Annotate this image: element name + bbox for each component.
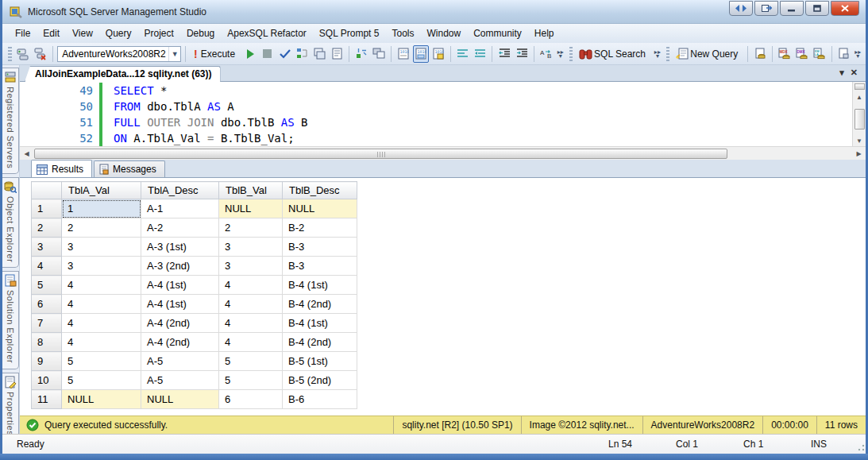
grid-cell[interactable]: A-5 bbox=[141, 352, 219, 371]
specify-values-button[interactable]: AB bbox=[538, 45, 554, 63]
sql-editor[interactable]: 49SELECT *50FROM dbo.TblA AS A51FULL OUT… bbox=[20, 82, 866, 158]
grid-cell[interactable]: 5 bbox=[219, 371, 283, 390]
row-header[interactable]: 10 bbox=[32, 371, 62, 390]
grid-corner-cell[interactable] bbox=[32, 182, 62, 199]
debug-button[interactable] bbox=[242, 45, 258, 63]
combobox-dropdown-icon[interactable]: ▼ bbox=[168, 47, 180, 61]
close-button[interactable] bbox=[831, 1, 859, 16]
grid-cell[interactable]: 6 bbox=[219, 390, 283, 409]
grid-cell[interactable]: 3 bbox=[62, 257, 141, 276]
scroll-up-icon[interactable]: ▲ bbox=[854, 91, 866, 102]
grid-cell[interactable]: B-2 bbox=[283, 218, 357, 238]
grid-cell[interactable]: A-1 bbox=[141, 199, 219, 218]
grid-cell[interactable]: A-5 bbox=[141, 371, 219, 390]
sql-search-button[interactable]: SQL Search bbox=[577, 45, 651, 63]
grid-cell[interactable]: 5 bbox=[219, 352, 283, 371]
grid-cell[interactable]: A-3 (2nd) bbox=[141, 257, 219, 276]
increase-indent-button[interactable] bbox=[514, 45, 530, 63]
row-header[interactable]: 6 bbox=[32, 295, 62, 314]
sidebar-tab-object-explorer[interactable]: Object Explorer bbox=[2, 177, 19, 268]
client-statistics-button[interactable] bbox=[371, 45, 387, 63]
column-header-tbla_val[interactable]: TblA_Val bbox=[62, 182, 141, 199]
grid-cell[interactable]: 4 bbox=[219, 314, 283, 333]
grid-cell[interactable]: 2 bbox=[62, 218, 141, 238]
menu-file[interactable]: File bbox=[9, 25, 37, 41]
grid-cell[interactable]: 4 bbox=[62, 333, 141, 352]
toolbar-overflow-button[interactable]: ▸▸▾ bbox=[556, 45, 565, 63]
database-engine-query-button[interactable] bbox=[752, 45, 768, 63]
export-window-button[interactable] bbox=[754, 1, 778, 16]
grid-cell[interactable]: 5 bbox=[62, 371, 141, 390]
decrease-indent-button[interactable] bbox=[496, 45, 512, 63]
grid-cell[interactable]: B-4 (1st) bbox=[283, 276, 357, 295]
editor-vertical-scrollbar[interactable]: ▲ ▼ bbox=[852, 82, 866, 146]
menu-apexsql-refactor[interactable]: ApexSQL Refactor bbox=[221, 25, 313, 41]
row-header[interactable]: 7 bbox=[32, 314, 62, 333]
editor-horizontal-scrollbar[interactable]: ◀ ▶ bbox=[20, 146, 866, 160]
active-files-dropdown-icon[interactable]: ▾ bbox=[839, 68, 844, 78]
database-combobox[interactable]: AdventureWorks2008R2 ▼ bbox=[57, 46, 181, 62]
close-document-icon[interactable]: ✕ bbox=[851, 68, 858, 78]
stop-button[interactable] bbox=[260, 45, 276, 63]
grid-cell[interactable]: 4 bbox=[62, 276, 141, 295]
horizontal-scroll-thumb[interactable] bbox=[34, 149, 727, 159]
menu-help[interactable]: Help bbox=[528, 25, 561, 41]
results-to-file-button[interactable]: 1010 bbox=[430, 45, 446, 63]
grid-cell[interactable]: NULL bbox=[219, 199, 283, 218]
grid-cell[interactable]: A-4 (2nd) bbox=[141, 333, 219, 352]
menu-tools[interactable]: Tools bbox=[385, 25, 420, 41]
menu-sql-prompt-5[interactable]: SQL Prompt 5 bbox=[313, 25, 386, 41]
analysis-services-query-button[interactable] bbox=[836, 45, 852, 63]
row-header[interactable]: 3 bbox=[32, 238, 62, 257]
uncomment-button[interactable] bbox=[473, 45, 488, 63]
toolbar-grip[interactable] bbox=[666, 47, 670, 61]
grid-cell[interactable]: 3 bbox=[219, 257, 283, 276]
toolbar-grip[interactable] bbox=[569, 47, 573, 61]
scroll-left-icon[interactable]: ◀ bbox=[20, 147, 33, 160]
grid-cell[interactable]: 4 bbox=[219, 295, 283, 314]
grid-cell[interactable]: 3 bbox=[219, 238, 283, 257]
grid-cell[interactable]: B-5 (2nd) bbox=[283, 371, 357, 390]
grid-cell[interactable]: A-4 (1st) bbox=[141, 295, 219, 314]
minimize-button[interactable] bbox=[780, 1, 804, 16]
row-header[interactable]: 9 bbox=[32, 352, 62, 371]
grid-cell[interactable]: 4 bbox=[219, 276, 283, 295]
document-tab[interactable]: AllJoinExampleData...12 sqlity.net (63)) bbox=[25, 66, 221, 82]
grid-cell[interactable]: 4 bbox=[62, 314, 141, 333]
show-sql-pane-button[interactable] bbox=[330, 45, 345, 63]
grid-cell[interactable]: 4 bbox=[219, 333, 283, 352]
template-parameters-button[interactable] bbox=[353, 45, 369, 63]
menu-project[interactable]: Project bbox=[138, 25, 180, 41]
grid-cell[interactable]: B-3 bbox=[283, 257, 357, 276]
tab-results[interactable]: Results bbox=[31, 160, 92, 178]
grid-cell[interactable]: NULL bbox=[62, 390, 141, 409]
query-designer-button[interactable] bbox=[312, 45, 328, 63]
mdx-query-button[interactable]: MDX bbox=[777, 45, 793, 63]
scroll-right-icon[interactable]: ▶ bbox=[852, 147, 866, 160]
grid-cell[interactable]: 1 bbox=[62, 199, 141, 218]
new-query-button[interactable]: New Query bbox=[673, 45, 743, 63]
column-header-tbla_desc[interactable]: TblA_Desc bbox=[141, 182, 219, 199]
row-header[interactable]: 5 bbox=[32, 276, 62, 295]
grid-cell[interactable]: B-4 (2nd) bbox=[283, 333, 357, 352]
scroll-down-icon[interactable]: ▼ bbox=[854, 135, 866, 146]
menu-edit[interactable]: Edit bbox=[37, 25, 66, 41]
tab-messages[interactable]: Messages bbox=[94, 160, 165, 177]
row-header[interactable]: 11 bbox=[32, 390, 62, 409]
code-line[interactable]: 50FROM dbo.TblA AS A bbox=[20, 99, 852, 114]
menu-view[interactable]: View bbox=[66, 25, 99, 41]
dmx-query-button[interactable]: DMX bbox=[794, 45, 810, 63]
vertical-scroll-thumb[interactable] bbox=[854, 109, 865, 129]
grid-cell[interactable]: 4 bbox=[62, 295, 141, 314]
results-to-grid-button[interactable]: 1010 bbox=[413, 45, 429, 63]
column-header-tblb_desc[interactable]: TblB_Desc bbox=[283, 182, 357, 199]
row-header[interactable]: 1 bbox=[32, 199, 62, 218]
resize-grip[interactable] bbox=[854, 435, 866, 454]
grid-cell[interactable]: A-2 bbox=[141, 218, 219, 238]
menu-debug[interactable]: Debug bbox=[180, 25, 221, 41]
grid-cell[interactable]: 2 bbox=[219, 218, 283, 238]
row-header[interactable]: 4 bbox=[32, 257, 62, 276]
grid-cell[interactable]: 5 bbox=[62, 352, 141, 371]
menu-query[interactable]: Query bbox=[99, 25, 138, 41]
grid-cell[interactable]: NULL bbox=[283, 199, 357, 218]
